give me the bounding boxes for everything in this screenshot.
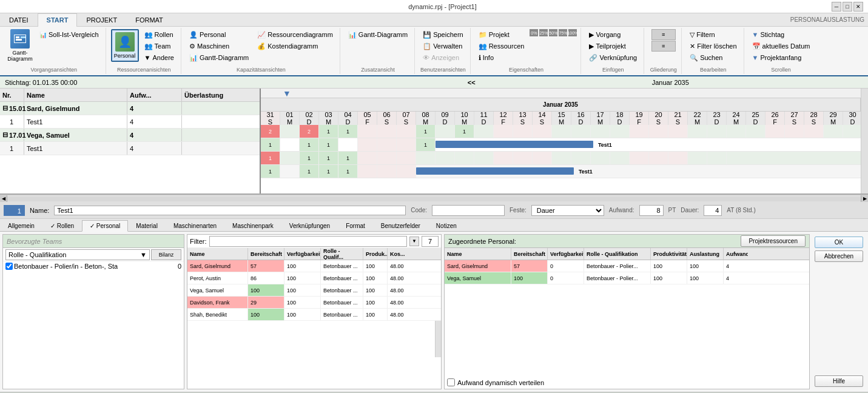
teilprojekt-button[interactable]: ▶ Teilprojekt: [586, 41, 640, 52]
speichern-button[interactable]: 💾 Speichern: [420, 29, 466, 40]
feste-select[interactable]: Dauer: [531, 205, 604, 216]
cell-r1-d06: [377, 125, 397, 138]
ressourcendiag-button[interactable]: 📈 Ressourcendiagramm: [254, 29, 336, 40]
aufwand-input[interactable]: [639, 205, 664, 216]
tab-projekt[interactable]: PROJEKT: [77, 13, 126, 26]
expand-1701[interactable]: ⊟: [2, 131, 8, 139]
person-row-shah[interactable]: Shah, Benedikt 100 100 Betonbauer ... 10…: [187, 309, 441, 321]
maximize-button[interactable]: □: [843, 2, 852, 12]
cell-r3-d31: 1: [261, 152, 280, 164]
task-name-input[interactable]: [54, 206, 406, 215]
kapazitaet-personal-button[interactable]: 👤 Personal: [186, 29, 252, 40]
kapazitaet-gantt-label: Gantt-Diagramm: [200, 54, 249, 61]
gliederung-btn1[interactable]: ≡: [651, 29, 676, 40]
ath-verf: Verfügbarkeit: [548, 248, 584, 260]
projekt-button[interactable]: 📁 Projekt: [476, 29, 528, 40]
pt-label: PT: [668, 207, 676, 213]
verwalten-button[interactable]: 📋 Verwalten: [420, 41, 466, 52]
filter-loeschen-button[interactable]: ✕ Filter löschen: [687, 41, 739, 52]
middle-scrollbar[interactable]: [435, 321, 441, 357]
zusatz-gantt-button[interactable]: 📊 Gantt-Diagramm: [345, 29, 411, 40]
scroll-right-btn[interactable]: ▶: [861, 195, 868, 203]
tab-verknuepfungen[interactable]: Verknüpfungen: [281, 220, 338, 231]
projektressourcen-button[interactable]: Projektressourcen: [741, 235, 806, 247]
andere-label: Andere: [152, 54, 173, 61]
tab-format[interactable]: FORMAT: [126, 13, 172, 26]
gliederung-btn2[interactable]: ≡: [651, 41, 676, 52]
personal-large-button[interactable]: 👤 Personal: [111, 29, 139, 62]
aktuelles-datum-button[interactable]: 📅 aktuelles Datum: [749, 41, 813, 52]
role-checkbox[interactable]: [5, 263, 13, 270]
main-area: Stichtag: 01.01.35 00:00 << Januar 2035 …: [0, 76, 868, 392]
horizontal-scrollbar[interactable]: ◀ ▶: [0, 195, 868, 202]
tab-start[interactable]: START: [38, 13, 78, 27]
td-rolle-davidson: Betonbauer ...: [321, 297, 363, 308]
stichtag-button[interactable]: ▼ Stichtag: [749, 29, 813, 40]
rolle-qualifikation-dropdown[interactable]: Rolle - Qualifikation ▼: [5, 249, 150, 260]
soll-ist-button[interactable]: 📊 Soll-Ist-Vergleich: [36, 29, 102, 40]
ribbon-extra: PERSONALAUSLASTUNG: [787, 13, 868, 26]
cell-r4-d31: 1: [261, 165, 280, 178]
minimize-button[interactable]: ─: [832, 2, 841, 12]
filtern-button[interactable]: ▽ Filtern: [687, 29, 739, 40]
kapazitaet-gantt-button[interactable]: 📊 Gantt-Diagramm: [186, 52, 252, 63]
projektanfang-button[interactable]: ▼ Projektanfang: [749, 52, 813, 63]
tab-material[interactable]: Material: [128, 220, 166, 231]
filter-dropdown-btn[interactable]: ▼: [409, 237, 419, 246]
person-row-sard[interactable]: Sard, Giselmund 57 100 Betonbauer ... 10…: [187, 260, 441, 272]
cell-r4-d06: [377, 165, 397, 178]
role-label: Betonbauer - Polier/in - Beton-, Sta: [14, 263, 118, 270]
ok-button[interactable]: OK: [815, 237, 863, 248]
day-10: 10M: [455, 112, 474, 125]
rollen-button[interactable]: 👥 Rollen: [141, 29, 177, 40]
kostendiag-button[interactable]: 💰 Kostendiagramm: [254, 41, 336, 52]
scrollen-col: ▼ Stichtag 📅 aktuelles Datum ▼ Projektan…: [749, 29, 813, 72]
info-button[interactable]: ℹ Info: [476, 52, 528, 63]
person-row-perot[interactable]: Perot, Austin 86 100 Betonbauer ... 100 …: [187, 272, 441, 284]
vorgang-button[interactable]: ▶ Vorgang: [586, 29, 640, 40]
abbrechen-button[interactable]: Abbrechen: [815, 250, 863, 262]
andere-button[interactable]: ▼ Andere: [141, 52, 177, 63]
gantt-diagramm-button[interactable]: Gantt-Diagramm: [6, 29, 34, 62]
dynamic-checkbox[interactable]: [447, 378, 455, 386]
anzeigen-icon: 👁: [423, 54, 429, 61]
assigned-row-sard[interactable]: Sard, Giselmund 57 0 Betonbauer - Polier…: [445, 260, 809, 272]
code-input[interactable]: [432, 205, 505, 216]
cell-r2-d31: 1: [261, 138, 280, 151]
stichtag-row: ▼: [261, 89, 861, 98]
dauer-input[interactable]: [704, 205, 722, 216]
vertical-scrollbar[interactable]: [861, 89, 868, 193]
tab-notizen[interactable]: Notizen: [428, 220, 465, 231]
filter-input[interactable]: [209, 236, 408, 247]
tab-format[interactable]: Format: [338, 220, 373, 231]
cell-r1-d14: [533, 125, 552, 138]
tab-maschinenpark[interactable]: Maschinenpark: [224, 220, 281, 231]
dauer-label: Dauer:: [681, 207, 699, 213]
bevorzugte-teams-label: Bevorzugte Teams: [7, 238, 62, 245]
tab-benutzerfelder[interactable]: Benutzerfelder: [373, 220, 428, 231]
filter-loeschen-label: Filter löschen: [697, 42, 736, 50]
expand-1501[interactable]: ⊟: [2, 104, 8, 112]
tab-datei[interactable]: DATEI: [0, 13, 38, 26]
ressourcen-button[interactable]: 👥 Ressourcen: [476, 41, 528, 52]
assigned-row-vega[interactable]: Vega, Samuel 100 0 Betonbauer - Polier..…: [445, 272, 809, 284]
anzeigen-button[interactable]: 👁 Anzeigen: [420, 52, 466, 63]
projektanfang-label: Projektanfang: [760, 54, 801, 61]
tab-rollen[interactable]: ✓ Rollen: [42, 220, 82, 231]
cell-r3-d21: [668, 152, 688, 164]
team-button[interactable]: 👥 Team: [141, 41, 177, 52]
tab-maschinenarten[interactable]: Maschinenarten: [166, 220, 224, 231]
suchen-button[interactable]: 🔍 Suchen: [687, 52, 739, 63]
person-row-vega[interactable]: Vega, Samuel 100 100 Betonbauer ... 100 …: [187, 284, 441, 297]
maschinen-button[interactable]: ⚙ Maschinen: [186, 41, 252, 52]
tab-personal[interactable]: ✓ Personal: [82, 220, 128, 232]
person-row-davidson[interactable]: Davidson, Frank 29 100 Betonbauer ... 10…: [187, 297, 441, 309]
verknuepfung-button[interactable]: 🔗 Verknüpfung: [586, 52, 640, 63]
td-bereit-sard: 57: [248, 260, 284, 272]
dynamic-label[interactable]: Aufwand dynamisch verteilen: [447, 378, 807, 386]
tab-allgemein[interactable]: Allgemein: [0, 220, 42, 231]
close-button[interactable]: ✕: [853, 2, 863, 12]
scroll-left-btn[interactable]: ◀: [0, 195, 7, 203]
hilfe-button[interactable]: Hilfe: [815, 375, 863, 387]
nav-left-btn[interactable]: <<: [468, 79, 476, 86]
